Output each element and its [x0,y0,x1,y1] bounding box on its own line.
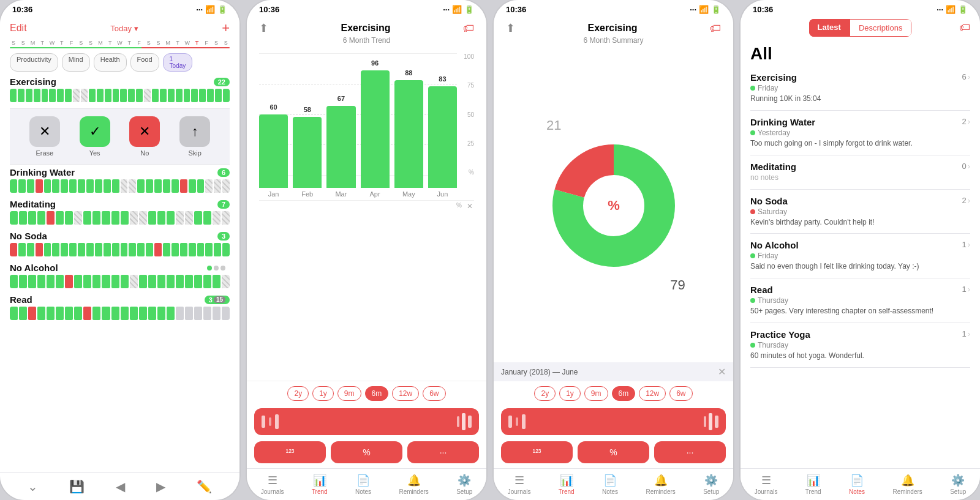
nav-journals-2[interactable]: ☰ Journals [261,474,284,495]
filter-today[interactable]: 1Today [163,53,193,72]
habit-meditating[interactable]: Meditating 7 [10,199,230,225]
nav-reminders-2[interactable]: 🔔 Reminders [399,474,428,495]
tag-icon-2[interactable]: 🏷 [463,22,474,35]
nav-notes-2[interactable]: 📄 Notes [355,474,371,495]
nav-notes-4[interactable]: 📄 Notes [849,474,865,495]
note-yoga[interactable]: Practice Yoga 1 › Thursday 60 minutes of… [750,323,970,368]
action-erase[interactable]: ✕ Erase [29,116,60,157]
close-summary[interactable]: ✕ [718,366,726,378]
note-drinking-water[interactable]: Drinking Water 2 › Yesterday Too much go… [750,111,970,155]
habit-drinking-water[interactable]: Drinking Water 6 [10,167,230,193]
filter-mind[interactable]: Mind [62,53,90,72]
bar-jan: 60 [259,65,288,188]
skip-icon[interactable]: ↑ [179,116,210,147]
period-3-12w[interactable]: 12w [639,386,666,401]
filter-health[interactable]: Health [94,53,127,72]
view-numbers-3[interactable]: ¹²³ [501,441,573,463]
edit-button[interactable]: Edit [10,23,27,34]
note-exercising[interactable]: Exercising 6 › Friday Running 10K in 35:… [750,66,970,111]
period-9m[interactable]: 9m [337,386,361,401]
bar-jun: 83 [428,65,457,188]
yes-icon[interactable]: ✓ [80,116,110,147]
nav-trend-3[interactable]: 📊 Trend [559,474,575,495]
chart-title-3: Exercising [588,23,638,34]
habit-no-soda[interactable]: No Soda 3 [10,231,230,256]
time-2: 10:36 [259,5,279,14]
status-bar-2: 10:36 ··· 📶 🔋 [247,0,486,17]
habit-bar-water [10,179,230,193]
habit-bar-nosoda [10,243,230,256]
setup-icon-3: ⚙️ [704,474,718,487]
share-button-2[interactable]: ⬆ [259,21,268,35]
y-label-100: 100 [459,53,474,60]
period-3-6w[interactable]: 6w [669,386,692,401]
note-no-soda[interactable]: No Soda 2 › Saturday Kevin's birthday pa… [750,190,970,234]
wifi-icon-2: 📶 [452,5,462,14]
view-percent[interactable]: % [331,441,402,463]
note-no-alcohol[interactable]: No Alcohol 1 › Friday Said no even thoug… [750,234,970,278]
tag-icon-4[interactable]: 🏷 [959,21,970,34]
today-selector[interactable]: Today ▾ [110,24,138,33]
setup-icon-4: ⚙️ [951,474,965,487]
period-12w[interactable]: 12w [392,386,419,401]
period-3-6m[interactable]: 6m [612,386,636,401]
action-no[interactable]: ✕ No [129,116,160,157]
close-chart[interactable]: ✕ [467,202,473,211]
notes-icon-4: 📄 [850,474,864,487]
notes-icon-3: 📄 [603,474,617,487]
reminders-icon-4: 🔔 [901,474,914,487]
nav-trend-4[interactable]: 📊 Trend [805,474,821,495]
view-numbers[interactable]: ¹²³ [254,441,326,463]
period-3-1y[interactable]: 1y [559,386,581,401]
period-2y[interactable]: 2y [287,386,309,401]
nav-journals-4[interactable]: ☰ Journals [755,474,778,495]
action-skip[interactable]: ↑ Skip [179,116,210,157]
period-3-9m[interactable]: 9m [584,386,608,401]
nav-notes-3[interactable]: 📄 Notes [602,474,618,495]
tab-latest[interactable]: Latest [809,19,850,37]
phone-1: 10:36 ··· 📶 🔋 Edit Today ▾ + S S M T W T… [0,0,239,500]
view-more[interactable]: ··· [407,441,479,463]
nav-setup-2[interactable]: ⚙️ Setup [456,474,472,495]
period-6w[interactable]: 6w [423,386,445,401]
save-icon[interactable]: 💾 [69,479,85,494]
tab-descriptions[interactable]: Descriptions [850,19,912,37]
note-meditating[interactable]: Meditating 0 › no notes [750,155,970,190]
no-icon[interactable]: ✕ [129,116,160,147]
action-yes[interactable]: ✓ Yes [80,116,110,157]
view-more-3[interactable]: ··· [654,441,726,463]
section-title-all: All [741,40,980,66]
habit-exercising[interactable]: Exercising 22 [10,76,230,102]
signal-icon-3: ··· [690,5,696,14]
collapse-icon[interactable]: ⌄ [28,479,38,494]
next-icon[interactable]: ▶ [156,479,165,494]
nav-journals-3[interactable]: ☰ Journals [508,474,531,495]
prev-icon[interactable]: ◀ [116,479,125,494]
nav-setup-3[interactable]: ⚙️ Setup [703,474,719,495]
nav-setup-4[interactable]: ⚙️ Setup [950,474,966,495]
tag-icon-3[interactable]: 🏷 [710,22,721,35]
erase-icon[interactable]: ✕ [29,116,60,147]
view-percent-3[interactable]: % [578,441,649,463]
habit-bar-exercising [10,89,230,102]
filter-productivity[interactable]: Productivity [10,53,58,72]
setup-icon-2: ⚙️ [458,474,471,487]
trend-icon-4: 📊 [807,474,820,487]
period-6m[interactable]: 6m [365,386,389,401]
nav-reminders-4[interactable]: 🔔 Reminders [892,474,922,495]
bar-may: 88 [394,65,423,188]
note-read[interactable]: Read 1 › Thursday 50+ pages. Very intere… [750,278,970,323]
phone2-content: ⬆ Exercising 🏷 6 Month Trend 100 75 50 2… [247,17,486,500]
donut-label-21: 21 [546,118,561,133]
nav-trend-2[interactable]: 📊 Trend [312,474,328,495]
habit-no-alcohol[interactable]: No Alcohol [10,263,230,288]
signal-icon-2: ··· [443,5,450,14]
filter-food[interactable]: Food [130,53,159,72]
share-button-3[interactable]: ⬆ [506,21,515,35]
habit-read[interactable]: Read 3 15 [10,294,230,320]
edit-icon[interactable]: ✏️ [197,479,212,494]
period-1y[interactable]: 1y [312,386,334,401]
nav-reminders-3[interactable]: 🔔 Reminders [646,474,675,495]
add-habit-button[interactable]: + [222,20,230,36]
period-3-2y[interactable]: 2y [534,386,556,401]
